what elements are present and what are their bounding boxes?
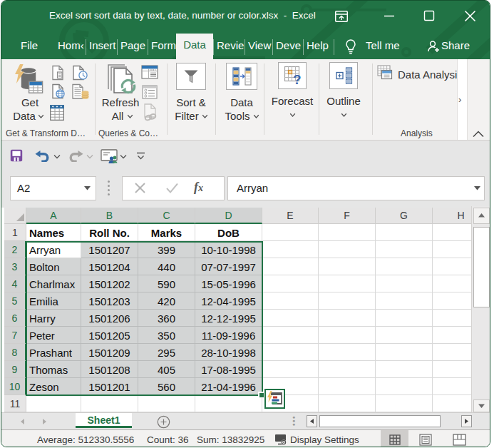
svg-text:?: ?	[293, 72, 302, 86]
